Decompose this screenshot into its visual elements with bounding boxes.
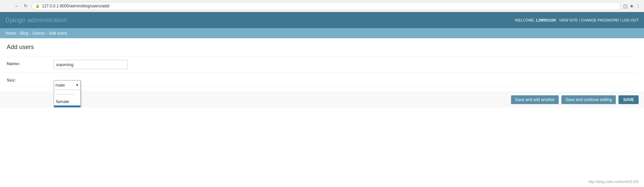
bookmark-icon[interactable]: ★ [630, 3, 634, 9]
forward-button[interactable]: → [13, 3, 19, 9]
username: LZM931105 [536, 18, 556, 22]
name-row: Name: [7, 56, 637, 73]
reload-button[interactable]: ↻ [22, 3, 29, 9]
user-info: WELCOME, LZM931105 VIEW SITE / CHANGE PA… [515, 18, 639, 22]
browser-right-icons: ◫ ★ ⋮ [623, 3, 641, 9]
lock-icon: 🔒 [35, 4, 40, 8]
breadcrumb-home[interactable]: Home [5, 31, 16, 36]
browser-chrome: ← → ↻ 🔒 127.0.0.1:8000/admin/blog/users/… [0, 0, 644, 12]
log-out-link[interactable]: LOG OUT [622, 18, 639, 22]
name-label: Name: [7, 60, 54, 66]
dropdown-selected-label: male [55, 83, 65, 88]
page-title: Add users [7, 44, 637, 51]
sex-dropdown[interactable]: male ▼ ---------- famale male [54, 80, 81, 107]
address-bar[interactable]: 🔒 127.0.0.1:8000/admin/blog/users/add/ [32, 2, 620, 10]
name-field [54, 60, 637, 69]
save-continue-button[interactable]: Save and continue editing [561, 95, 616, 104]
url-text: 127.0.0.1:8000/admin/blog/users/add/ [42, 4, 109, 8]
welcome-prefix: WELCOME, [515, 18, 535, 22]
back-button[interactable]: ← [3, 3, 10, 9]
change-password-link[interactable]: CHANGE PASSWORD [581, 18, 619, 22]
breadcrumb-blog[interactable]: Blog [20, 31, 28, 36]
sex-row: Sex: male ▼ ---------- famale male [7, 73, 637, 86]
breadcrumb-sep-2: › [30, 31, 31, 36]
cast-icon[interactable]: ◫ [623, 3, 628, 9]
dropdown-famale-option[interactable]: famale [54, 98, 80, 105]
breadcrumb-current: Add users [49, 31, 67, 36]
save-button[interactable]: SAVE [618, 95, 639, 104]
breadcrumb: Home › Blog › Userss › Add users [0, 28, 644, 38]
main-content: Add users Name: Sex: male ▼ --- [0, 38, 644, 92]
admin-title: Django administration [5, 17, 67, 24]
name-input[interactable] [54, 60, 128, 69]
view-site-link[interactable]: VIEW SITE [559, 18, 578, 22]
form-container: Name: Sex: male ▼ ---------- famale [7, 56, 637, 86]
dropdown-separator-option[interactable]: ---------- [54, 90, 80, 98]
dropdown-header[interactable]: male ▼ [54, 81, 80, 90]
chevron-down-icon: ▼ [76, 83, 79, 87]
menu-icon[interactable]: ⋮ [636, 3, 641, 9]
breadcrumb-sep-1: › [17, 31, 19, 36]
save-add-another-button[interactable]: Save and add another [511, 95, 559, 104]
breadcrumb-sep-3: › [46, 31, 47, 36]
sex-field: male ▼ ---------- famale male [54, 76, 637, 81]
sex-label: Sex: [7, 76, 54, 83]
dropdown-male-option[interactable]: male [54, 105, 80, 107]
breadcrumb-userss[interactable]: Userss [32, 31, 45, 36]
admin-header: Django administration WELCOME, LZM931105… [0, 12, 644, 28]
form-footer: Save and add another Save and continue e… [0, 92, 644, 107]
